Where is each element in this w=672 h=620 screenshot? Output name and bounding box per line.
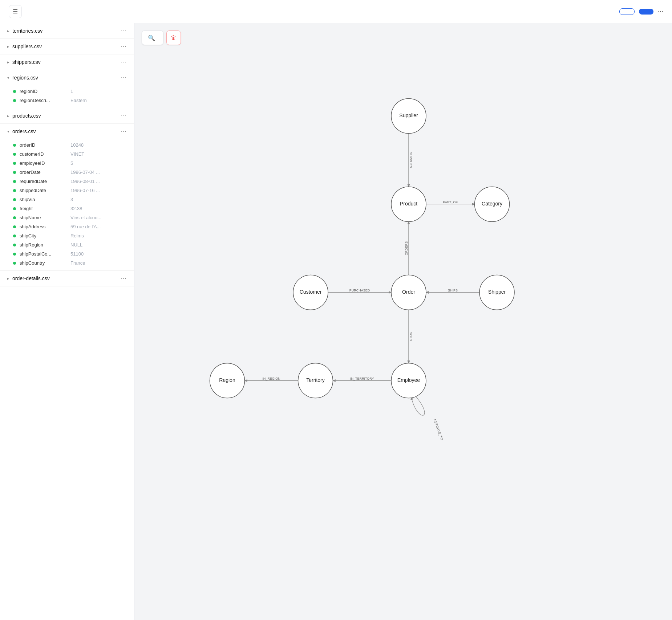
file-rows: orderID10248customerIDVINETemployeeID5or…	[0, 139, 134, 270]
field-row: customerIDVINET	[0, 150, 134, 159]
field-row: employeeID5	[0, 159, 134, 168]
file-section-1: ▸suppliers.csv···	[0, 39, 134, 54]
field-value: 1	[70, 89, 73, 94]
field-name: shipCountry	[20, 260, 67, 266]
edge-label-in_region: IN_REGION	[262, 377, 280, 380]
edge-label-sold: SOLD	[409, 332, 413, 341]
field-value: 32.38	[70, 206, 82, 211]
node-label-order: Order	[402, 289, 415, 295]
header: ☰ ···	[0, 0, 672, 23]
field-dot-icon	[13, 189, 16, 192]
field-name: freight	[20, 206, 67, 211]
file-name: suppliers.csv	[12, 44, 42, 49]
file-more-button[interactable]: ···	[121, 74, 127, 81]
field-row: regionDescri...Eastern	[0, 96, 134, 105]
file-name: products.csv	[12, 113, 41, 119]
file-section-6: ▸order-details.csv···	[0, 271, 134, 286]
file-header-0[interactable]: ▸territories.csv···	[0, 23, 134, 38]
field-row: regionID1	[0, 87, 134, 96]
field-value: 10248	[70, 142, 84, 148]
field-row: freight32.38	[0, 204, 134, 213]
field-value: 3	[70, 197, 73, 202]
field-name: shipVia	[20, 197, 67, 202]
chevron-icon: ▸	[7, 60, 9, 65]
file-header-5[interactable]: ▾orders.csv···	[0, 124, 134, 139]
field-name: shipName	[20, 215, 67, 220]
file-header-3[interactable]: ▾regions.csv···	[0, 70, 134, 85]
file-section-0: ▸territories.csv···	[0, 23, 134, 39]
file-header-4[interactable]: ▸products.csv···	[0, 108, 134, 123]
field-name: shipPostalCo...	[20, 251, 67, 257]
field-row: shipRegionNULL	[0, 240, 134, 249]
field-dot-icon	[13, 216, 16, 219]
field-row: shipAddress59 rue de l'A...	[0, 222, 134, 231]
file-section-5: ▾orders.csv···orderID10248customerIDVINE…	[0, 124, 134, 271]
field-dot-icon	[13, 207, 16, 210]
run-import-button[interactable]	[639, 9, 653, 15]
field-dot-icon	[13, 144, 16, 147]
field-dot-icon	[13, 262, 16, 265]
field-dot-icon	[13, 225, 16, 228]
field-value: 1996-08-01 ...	[70, 179, 100, 184]
field-dot-icon	[13, 171, 16, 174]
field-row: orderID10248	[0, 140, 134, 150]
chevron-icon: ▸	[7, 44, 9, 49]
file-section-3: ▾regions.csv···regionID1regionDescri...E…	[0, 70, 134, 108]
chevron-icon: ▾	[7, 129, 9, 134]
file-more-button[interactable]: ···	[121, 128, 127, 135]
header-right: ···	[619, 8, 663, 15]
field-name: shipAddress	[20, 224, 67, 229]
field-row: shipCountryFrance	[0, 258, 134, 268]
file-more-button[interactable]: ···	[121, 59, 127, 65]
field-name: employeeID	[20, 160, 67, 166]
ellipsis-icon: ···	[658, 8, 663, 15]
field-row: shipPostalCo...51100	[0, 249, 134, 258]
chevron-icon: ▸	[7, 29, 9, 33]
field-value: Vins et alcoo...	[70, 215, 101, 220]
field-dot-icon	[13, 90, 16, 93]
file-section-4: ▸products.csv···	[0, 108, 134, 124]
field-value: NULL	[70, 242, 82, 248]
sidebar: ▸territories.csv···▸suppliers.csv···▸shi…	[0, 23, 134, 620]
field-dot-icon	[13, 153, 16, 156]
preview-button[interactable]	[619, 8, 635, 15]
field-value: Eastern	[70, 98, 87, 103]
field-dot-icon	[13, 253, 16, 256]
node-label-product: Product	[400, 201, 417, 207]
node-label-supplier: Supplier	[399, 113, 418, 118]
chevron-icon: ▾	[7, 76, 9, 80]
file-header-6[interactable]: ▸order-details.csv···	[0, 271, 134, 286]
edge-label-in_territory: IN_TERRITORY	[350, 377, 374, 380]
file-more-button[interactable]: ···	[121, 113, 127, 119]
file-rows: regionID1regionDescri...Eastern	[0, 85, 134, 108]
file-header-2[interactable]: ▸shippers.csv···	[0, 54, 134, 70]
edge-reports-to	[411, 396, 425, 415]
field-value: 1996-07-16 ...	[70, 188, 100, 193]
file-more-button[interactable]: ···	[121, 43, 127, 50]
file-section-2: ▸shippers.csv···	[0, 54, 134, 70]
field-name: requiredDate	[20, 179, 67, 184]
header-more-button[interactable]: ···	[658, 8, 663, 15]
chevron-icon: ▸	[7, 114, 9, 118]
edge-label-purchased: PURCHASED	[349, 289, 370, 292]
field-dot-icon	[13, 99, 16, 102]
field-row: requiredDate1996-08-01 ...	[0, 177, 134, 186]
edge-label-reports-to: REPORTS_TO	[433, 419, 444, 440]
node-label-territory: Territory	[306, 377, 325, 383]
field-name: regionID	[20, 89, 67, 94]
field-row: shipCityReims	[0, 231, 134, 240]
field-value: France	[70, 260, 85, 266]
field-row: shippedDate1996-07-16 ...	[0, 186, 134, 195]
edge-label-part_of: PART_OF	[443, 200, 458, 204]
field-row: shipNameVins et alcoo...	[0, 213, 134, 222]
field-value: 1996-07-04 ...	[70, 170, 100, 175]
node-label-shipper: Shipper	[488, 289, 506, 295]
field-row: shipVia3	[0, 195, 134, 204]
file-more-button[interactable]: ···	[121, 275, 127, 282]
edge-label-supplies: SUPPLIES	[409, 152, 413, 168]
collapse-button[interactable]: ☰	[9, 5, 22, 18]
file-header-1[interactable]: ▸suppliers.csv···	[0, 39, 134, 54]
file-more-button[interactable]: ···	[121, 28, 127, 34]
collapse-icon: ☰	[13, 8, 18, 15]
field-dot-icon	[13, 244, 16, 246]
